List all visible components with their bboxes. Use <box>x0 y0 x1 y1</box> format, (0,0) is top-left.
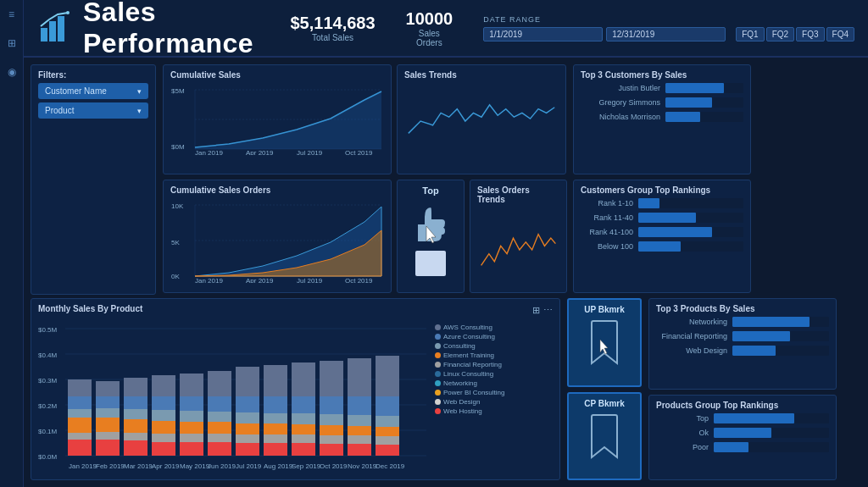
customer-name-2: Nicholas Morrison <box>581 113 665 121</box>
prod-rank-label-2: Poor <box>656 443 714 451</box>
svg-text:$0.0M: $0.0M <box>38 453 58 461</box>
legend-powerbi: Power BI Consulting <box>435 389 521 396</box>
filter-icon[interactable]: ⊞ <box>532 305 540 316</box>
svg-rect-110 <box>376 427 399 436</box>
svg-rect-88 <box>264 443 287 456</box>
total-sales-value: $5,114,683 <box>290 14 375 33</box>
svg-rect-2 <box>58 16 64 42</box>
svg-rect-41 <box>68 379 92 396</box>
svg-text:0K: 0K <box>171 273 180 280</box>
filters-title: Filters: <box>38 70 148 80</box>
products-rankings-title: Products Group Top Rankings <box>656 401 829 410</box>
top-products-list: Networking Financial Reporting Web Desig… <box>656 317 829 356</box>
customers-rankings-list: Rank 1-10 Rank 11-40 Rank 41-100 Below 1… <box>581 198 743 252</box>
svg-text:Apr 2019: Apr 2019 <box>152 462 180 470</box>
fq2-button[interactable]: FQ2 <box>766 27 794 42</box>
svg-text:Apr 2019: Apr 2019 <box>246 277 274 283</box>
bookmark-up-icon <box>587 319 622 366</box>
svg-rect-109 <box>376 416 399 427</box>
product-filter[interactable]: Product <box>38 102 148 119</box>
page-title: Sales Performance <box>83 0 256 59</box>
rank-row-2: Rank 41-100 <box>581 227 743 237</box>
customer-name-filter[interactable]: Customer Name <box>38 83 148 99</box>
sales-trends-title: Sales Trends <box>404 70 559 80</box>
legend-webdesign: Web Design <box>435 398 521 406</box>
product-bar-1 <box>732 331 790 341</box>
svg-rect-51 <box>96 432 120 440</box>
svg-text:$0.5M: $0.5M <box>38 326 58 334</box>
product-bar-2 <box>732 346 776 356</box>
rank-label-0: Rank 1-10 <box>581 199 638 208</box>
up-bkmrk-label: UP Bkmrk <box>584 305 625 314</box>
svg-text:Jan 2019: Jan 2019 <box>195 277 223 283</box>
rank-row-0: Rank 1-10 <box>581 198 743 208</box>
date-start-input[interactable] <box>483 27 603 42</box>
prod-rank-row-2: Poor <box>656 442 829 452</box>
svg-rect-96 <box>320 396 343 414</box>
sidebar-icon-1[interactable]: ≡ <box>4 7 19 22</box>
svg-text:Mar 2019: Mar 2019 <box>124 462 153 470</box>
svg-text:$0.4M: $0.4M <box>38 351 58 359</box>
legend-aws: AWS Consulting <box>435 324 521 331</box>
fq3-button[interactable]: FQ3 <box>796 27 824 42</box>
svg-rect-1 <box>49 21 56 42</box>
sidebar-icon-2[interactable]: ⊞ <box>4 36 19 51</box>
svg-rect-95 <box>320 361 343 396</box>
legend-label-4: Financial Reporting <box>443 361 502 368</box>
svg-text:Feb 2019: Feb 2019 <box>96 462 125 470</box>
prod-rank-bar-2 <box>714 442 748 452</box>
prod-rank-row-1: Ok <box>656 428 829 438</box>
customer-bar-2 <box>665 112 700 122</box>
svg-rect-61 <box>152 410 175 421</box>
monthly-sales-title: Monthly Sales By Product <box>38 304 142 313</box>
svg-text:Nov 2019: Nov 2019 <box>348 462 377 470</box>
svg-marker-125 <box>600 340 608 354</box>
svg-rect-105 <box>348 435 371 444</box>
customer-row-0: Justin Butler <box>581 83 743 93</box>
svg-rect-92 <box>292 424 315 434</box>
svg-rect-62 <box>152 421 175 434</box>
svg-rect-0 <box>41 28 47 42</box>
panel-controls: ⊞ ⋯ <box>532 305 553 316</box>
top-icon-panel: Top <box>397 180 465 293</box>
fq1-button[interactable]: FQ1 <box>736 27 764 42</box>
customer-name-1: Gregory Simmons <box>581 98 665 107</box>
prod-rank-label-1: Ok <box>656 429 714 437</box>
monthly-sales-content: $0.5M $0.4M $0.3M $0.2M $0.1M $0.0M <box>38 320 553 477</box>
cumulative-orders-panel: Cumulative Sales Orders 10K 5K 0K Jan 20… <box>163 180 392 293</box>
prod-rank-row-0: Top <box>656 413 829 423</box>
svg-text:Jun 2019: Jun 2019 <box>208 462 236 470</box>
svg-text:$0.3M: $0.3M <box>38 377 58 385</box>
svg-rect-75 <box>208 434 231 442</box>
date-end-input[interactable] <box>606 27 726 42</box>
customers-rankings-title: Customers Group Top Rankings <box>581 185 743 195</box>
svg-rect-66 <box>180 396 203 411</box>
product-row-0: Networking <box>656 317 829 327</box>
svg-rect-83 <box>264 365 287 396</box>
svg-rect-91 <box>292 413 315 424</box>
svg-rect-55 <box>124 409 147 419</box>
svg-text:$0M: $0M <box>171 143 185 151</box>
cumulative-sales-panel: Cumulative Sales $5M $0M Jan 2019 Apr 20… <box>163 64 392 174</box>
fq4-button[interactable]: FQ4 <box>826 27 854 42</box>
legend-label-0: AWS Consulting <box>443 324 492 331</box>
top-customers-panel: Top 3 Customers By Sales Justin Butler G… <box>573 64 751 174</box>
svg-rect-69 <box>180 434 203 442</box>
svg-rect-63 <box>152 434 175 442</box>
svg-rect-52 <box>96 440 120 456</box>
svg-rect-106 <box>348 444 371 456</box>
svg-rect-111 <box>376 436 399 445</box>
cp-bkmrk-panel[interactable]: CP Bkmrk <box>567 392 642 480</box>
legend-label-9: Web Hosting <box>443 407 482 415</box>
sidebar-icon-3[interactable]: ◉ <box>4 64 19 80</box>
customer-name-0: Justin Butler <box>581 84 665 92</box>
filters-panel: Filters: Customer Name Product <box>31 64 156 295</box>
product-name-1: Financial Reporting <box>656 332 732 340</box>
rank-label-1: Rank 11-40 <box>581 213 638 222</box>
up-bkmrk-panel[interactable]: UP Bkmrk <box>567 298 642 387</box>
svg-rect-94 <box>292 443 315 456</box>
more-icon[interactable]: ⋯ <box>543 305 553 316</box>
legend-label-6: Networking <box>443 379 477 387</box>
svg-rect-89 <box>292 362 315 396</box>
legend-networking: Networking <box>435 379 521 387</box>
